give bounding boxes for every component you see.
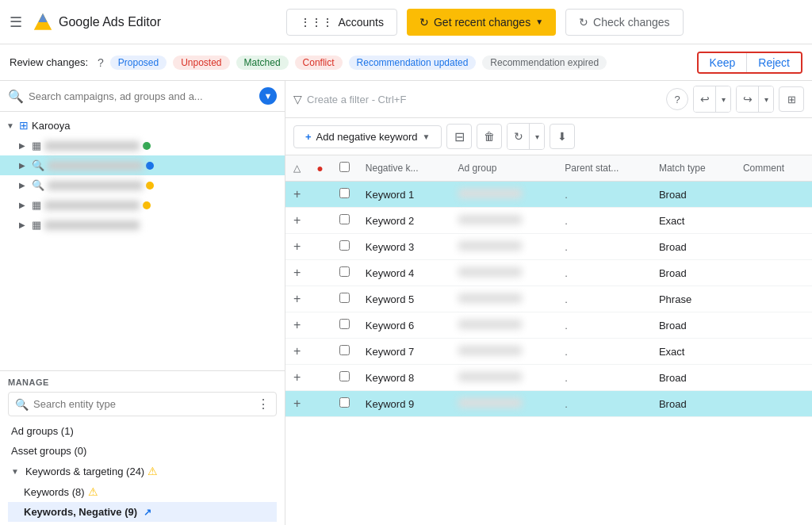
plus-cell[interactable]: + <box>285 391 308 417</box>
plus-cell[interactable]: + <box>285 339 308 365</box>
undo-icon[interactable]: ↩ <box>694 86 716 112</box>
menu-icon[interactable]: ☰ <box>10 13 22 31</box>
help-icon[interactable]: ? <box>98 56 104 69</box>
th-sort[interactable]: △ <box>285 155 308 182</box>
plus-cell[interactable]: + <box>285 234 308 260</box>
parent-status-cell: . <box>557 391 651 417</box>
checkbox-cell[interactable] <box>331 312 358 339</box>
badge-matched[interactable]: Matched <box>236 56 289 70</box>
select-all-checkbox[interactable] <box>339 162 350 172</box>
accounts-button[interactable]: ⋮⋮⋮ Accounts <box>286 9 397 36</box>
checkbox-cell[interactable] <box>331 365 358 391</box>
add-negative-keyword-button[interactable]: + Add negative keyword ▼ <box>293 125 442 148</box>
row-checkbox[interactable] <box>339 240 350 251</box>
table-row[interactable]: + Keyword 5 . Phrase <box>285 286 812 312</box>
get-changes-button[interactable]: ↻ Get recent changes ▼ <box>407 9 556 36</box>
table-row[interactable]: + Keyword 3 . Broad <box>285 234 812 260</box>
keyword-cell: Keyword 1 <box>358 182 450 208</box>
adgroup-cell <box>450 391 557 417</box>
check-changes-button[interactable]: ↻ Check changes <box>565 9 684 36</box>
plus-cell[interactable]: + <box>285 260 308 286</box>
row-checkbox[interactable] <box>339 371 350 381</box>
table-row[interactable]: + Keyword 4 . Broad <box>285 260 812 286</box>
reject-button[interactable]: Reject <box>747 53 801 72</box>
more-options-icon[interactable]: ⋮ <box>257 397 270 412</box>
plus-cell[interactable]: + <box>285 312 308 339</box>
th-checkbox[interactable] <box>331 155 358 182</box>
help-circle-icon[interactable]: ? <box>666 88 688 110</box>
entity-keywords-negative[interactable]: Keywords, Negative (9) ↗ <box>8 502 277 522</box>
checkbox-cell[interactable] <box>331 391 358 417</box>
tree-item-3[interactable]: ▶ 🔍 <box>0 175 285 195</box>
checkbox-cell[interactable] <box>331 286 358 312</box>
sync-dropdown-icon[interactable]: ▾ <box>530 124 544 149</box>
chevron-down-icon: ▼ <box>11 467 19 476</box>
table-row[interactable]: + Keyword 9 . Broad <box>285 391 812 417</box>
keep-button[interactable]: Keep <box>699 53 748 72</box>
row-checkbox[interactable] <box>339 293 350 303</box>
entity-keywords[interactable]: Keywords (8) ⚠ <box>8 481 277 502</box>
entity-search-input[interactable] <box>33 398 252 410</box>
redo-split-button[interactable]: ↪ ▾ <box>736 86 774 113</box>
download-button[interactable]: ⬇ <box>550 124 575 149</box>
redo-icon[interactable]: ↪ <box>737 86 759 112</box>
entity-ad-groups[interactable]: Ad groups (1) <box>8 421 277 441</box>
delete-button[interactable]: 🗑 <box>477 124 502 149</box>
get-changes-label: Get recent changes <box>434 16 530 29</box>
filter-input-area[interactable]: Create a filter - Ctrl+F <box>307 94 661 105</box>
sync-split-button[interactable]: ↻ ▾ <box>507 123 545 150</box>
entity-keywords-targeting[interactable]: ▼ Keywords & targeting (24) ⚠ <box>8 461 277 481</box>
sort-icon: △ <box>293 163 301 174</box>
th-parent-status[interactable]: Parent stat... <box>557 155 651 182</box>
external-link-icon[interactable]: ↗ <box>144 507 151 518</box>
undo-dropdown-icon[interactable]: ▾ <box>716 86 730 112</box>
sidebar-search-input[interactable] <box>29 90 255 102</box>
table-row[interactable]: + Keyword 1 . Broad <box>285 182 812 208</box>
tree-item-4[interactable]: ▶ ▦ <box>0 195 285 215</box>
sync-icon[interactable]: ↻ <box>508 124 530 149</box>
edit-button[interactable]: ⊟ <box>446 124 472 149</box>
entity-asset-groups[interactable]: Asset groups (0) <box>8 441 277 461</box>
checkbox-cell[interactable] <box>331 182 358 208</box>
row-checkbox[interactable] <box>339 266 350 277</box>
checkbox-cell[interactable] <box>331 208 358 234</box>
warning-cell <box>308 391 331 417</box>
plus-cell[interactable]: + <box>285 208 308 234</box>
plus-cell[interactable]: + <box>285 182 308 208</box>
table-row[interactable]: + Keyword 7 . Exact <box>285 339 812 365</box>
tree-root-karooya[interactable]: ▼ ⊞ Karooya <box>0 115 285 136</box>
badge-rec-expired[interactable]: Recommendation expired <box>482 56 607 70</box>
badge-proposed[interactable]: Proposed <box>110 56 167 70</box>
redo-dropdown-icon[interactable]: ▾ <box>759 86 773 112</box>
tree-item-1[interactable]: ▶ ▦ <box>0 136 285 155</box>
warning-cell <box>308 339 331 365</box>
checkbox-cell[interactable] <box>331 234 358 260</box>
columns-button[interactable]: ⊞ <box>779 86 804 112</box>
undo-split-button[interactable]: ↩ ▾ <box>693 86 731 113</box>
badge-unposted[interactable]: Unposted <box>173 56 229 70</box>
th-ad-group[interactable]: Ad group <box>450 155 557 182</box>
table-row[interactable]: + Keyword 8 . Broad <box>285 365 812 391</box>
row-checkbox[interactable] <box>339 397 350 408</box>
tree-item-5[interactable]: ▶ ▦ <box>0 215 285 235</box>
plus-cell[interactable]: + <box>285 365 308 391</box>
row-checkbox[interactable] <box>339 319 350 329</box>
th-match-type[interactable]: Match type <box>651 155 735 182</box>
badge-conflict[interactable]: Conflict <box>295 56 343 70</box>
checkbox-cell[interactable] <box>331 260 358 286</box>
row-checkbox[interactable] <box>339 214 350 224</box>
plus-cell[interactable]: + <box>285 286 308 312</box>
table-row[interactable]: + Keyword 6 . Broad <box>285 312 812 339</box>
comment-cell <box>735 365 812 391</box>
row-checkbox[interactable] <box>339 188 350 198</box>
th-warning[interactable]: ● <box>308 155 331 182</box>
checkbox-cell[interactable] <box>331 339 358 365</box>
th-negative-keyword[interactable]: Negative k... <box>358 155 450 182</box>
row-checkbox[interactable] <box>339 345 350 355</box>
badge-rec-updated[interactable]: Recommendation updated <box>349 56 477 70</box>
th-comment[interactable]: Comment <box>735 155 812 182</box>
sidebar-filter-button[interactable]: ▼ <box>259 87 277 105</box>
tree-item-2[interactable]: ▶ 🔍 <box>0 155 285 175</box>
table-row[interactable]: + Keyword 2 . Exact <box>285 208 812 234</box>
warning-cell <box>308 365 331 391</box>
